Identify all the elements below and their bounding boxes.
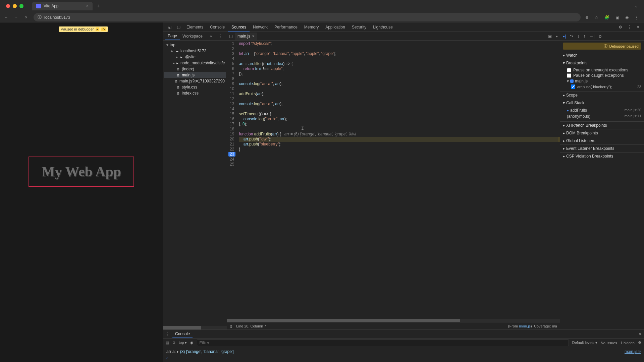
file-icon: 🗎 — [176, 85, 180, 89]
close-drawer-icon[interactable]: × — [639, 332, 641, 337]
favicon-icon — [36, 4, 41, 8]
event-listener-breakpoints-section[interactable]: ▸ Event Listener Breakpoints — [560, 145, 644, 152]
close-file-icon[interactable]: × — [252, 34, 255, 39]
code-area[interactable]: 1234567891011121314151617181920212223242… — [227, 41, 560, 319]
breakpoint-checkbox[interactable] — [571, 84, 575, 89]
editor-tab[interactable]: main.js × — [235, 33, 257, 40]
step-out-button[interactable]: ↑ — [583, 34, 585, 39]
inspect-icon[interactable]: ◱ — [165, 23, 174, 31]
deactivate-breakpoints-button[interactable]: ⊘ — [598, 34, 602, 39]
console-prompt[interactable]: › — [166, 355, 641, 361]
page-tab[interactable]: Page — [165, 32, 180, 40]
tree-file[interactable]: 🗎main.js?t=171093327290 — [164, 78, 226, 84]
pause-uncaught-checkbox[interactable] — [567, 68, 571, 72]
code-editor: ▢ main.js × ▣ ▸ 123456789101112131415161… — [227, 32, 560, 329]
scope-section[interactable]: ▸ Scope — [560, 92, 644, 99]
maximize-window-icon[interactable] — [19, 4, 23, 8]
pause-caught-checkbox[interactable] — [567, 73, 571, 78]
forward-button[interactable]: → — [13, 15, 19, 20]
file-tree[interactable]: ▾top▸☁localhost:5173▸▸@vite▸▸node_module… — [163, 41, 227, 326]
chevron-down-icon[interactable]: ⌄ — [635, 4, 641, 8]
clear-console-icon[interactable]: ⊘ — [172, 341, 175, 345]
callstack-section[interactable]: ▾ Call Stack — [560, 99, 644, 107]
devtools-tab-lighthouse[interactable]: Lighthouse — [370, 23, 396, 32]
devtools-tab-network[interactable]: Network — [250, 23, 271, 32]
devtools-tab-security[interactable]: Security — [348, 23, 370, 32]
workspace-tab[interactable]: Workspace — [180, 33, 205, 40]
bookmark-icon[interactable]: ☆ — [595, 15, 598, 20]
breakpoints-section[interactable]: ▾ Breakpoints — [560, 59, 644, 67]
context-selector[interactable]: top ▾ — [179, 341, 187, 345]
extensions-icon[interactable]: 🧩 — [604, 15, 609, 20]
devtools-tab-application[interactable]: Application — [322, 23, 348, 32]
devtools-tab-sources[interactable]: Sources — [228, 23, 250, 32]
editor-scrollbar[interactable] — [227, 319, 560, 322]
log-source-link[interactable]: main.js:9 — [625, 349, 641, 354]
devtools-tab-performance[interactable]: Performance — [271, 23, 301, 32]
stack-frame[interactable]: (anonymous)main.js:11 — [567, 113, 641, 119]
devtools-tab-console[interactable]: Console — [207, 23, 228, 32]
zoom-icon[interactable]: ⊕ — [585, 15, 589, 20]
panel-icon[interactable]: ▣ — [615, 15, 619, 20]
step-button[interactable]: →| — [589, 34, 594, 39]
close-tab-icon[interactable]: × — [86, 4, 89, 8]
console-menu-icon[interactable]: ⋮ — [166, 332, 172, 337]
domain-icon: ☁ — [174, 49, 179, 53]
breakpoint-entry[interactable]: arr.push("blueberry"); 23 — [567, 84, 641, 89]
console-log-line[interactable]: arr a: ▸ (3) ['orange', 'banana', 'grape… — [166, 349, 641, 355]
site-info-icon[interactable]: ⓘ — [38, 14, 42, 20]
close-devtools-icon[interactable]: × — [634, 23, 642, 31]
source-link[interactable]: main.js — [519, 324, 531, 328]
back-button[interactable]: ← — [3, 15, 9, 20]
console-tab[interactable]: Console — [172, 330, 193, 338]
console-settings-icon[interactable]: ⚙ — [638, 341, 641, 345]
tree-folder[interactable]: ▸▸node_modules/vite/dist/c — [164, 60, 226, 66]
devtools-tab-elements[interactable]: Elements — [183, 23, 207, 32]
resume-mini-button[interactable]: ▸ — [96, 27, 99, 31]
log-levels-selector[interactable]: Default levels ▾ — [572, 341, 597, 345]
run-icon[interactable]: ▸ — [556, 34, 558, 39]
step-into-button[interactable]: ↓ — [577, 34, 579, 39]
more-icon[interactable]: ⋮ — [625, 23, 634, 31]
sidebar-toggle-icon[interactable]: ▤ — [166, 341, 169, 345]
resume-button[interactable]: ▸| — [563, 34, 566, 39]
xhr-breakpoints-section[interactable]: ▸ XHR/fetch Breakpoints — [560, 122, 644, 129]
editor-tab-icon[interactable]: ▢ — [229, 34, 233, 39]
live-expression-icon[interactable]: ◉ — [190, 341, 194, 345]
new-tab-button[interactable]: + — [93, 3, 104, 9]
profile-icon[interactable]: ◉ — [625, 15, 629, 20]
minimize-window-icon[interactable] — [13, 4, 17, 8]
step-mini-button[interactable]: ↷ — [101, 27, 106, 31]
console-output[interactable]: arr a: ▸ (3) ['orange', 'banana', 'grape… — [163, 347, 644, 362]
menu-icon[interactable]: ⋮ — [635, 15, 639, 20]
more-tabs-icon[interactable]: » — [208, 34, 214, 39]
watch-section[interactable]: ▸ Watch — [560, 52, 644, 59]
step-over-button[interactable]: ↷ — [570, 34, 573, 39]
tree-file[interactable]: 🗎style.css — [164, 84, 226, 90]
filter-input[interactable] — [197, 339, 569, 346]
csp-breakpoints-section[interactable]: ▸ CSP Violation Breakpoints — [560, 153, 644, 160]
app-heading: My Web App — [42, 164, 121, 180]
dom-breakpoints-section[interactable]: ▸ DOM Breakpoints — [560, 129, 644, 137]
tree-context[interactable]: ▾top — [164, 42, 226, 48]
format-icon[interactable]: ▣ — [548, 34, 552, 39]
horizontal-scrollbar[interactable] — [163, 326, 227, 329]
tree-file[interactable]: 🗎(index) — [164, 66, 226, 72]
tree-file[interactable]: 🗎index.css — [164, 90, 226, 96]
device-toggle-icon[interactable]: ▢ — [174, 23, 183, 31]
braces-icon[interactable]: {} — [230, 324, 232, 328]
kebab-icon[interactable]: ⋮ — [217, 34, 225, 39]
issues-badge[interactable]: No Issues — [601, 341, 617, 345]
browser-tab[interactable]: Vite App × — [32, 2, 93, 10]
breakpoint-file[interactable]: ▾ main.js — [567, 78, 641, 84]
reload-button[interactable]: × — [23, 15, 29, 20]
settings-icon[interactable]: ⚙ — [616, 23, 625, 31]
global-listeners-section[interactable]: ▸ Global Listeners — [560, 137, 644, 144]
devtools-tab-memory[interactable]: Memory — [301, 23, 322, 32]
tree-file[interactable]: 🗎main.js — [164, 72, 226, 78]
tree-domain[interactable]: ▸☁localhost:5173 — [164, 48, 226, 54]
tree-folder[interactable]: ▸▸@vite — [164, 54, 226, 60]
close-window-icon[interactable] — [6, 4, 10, 8]
url-input[interactable]: ⓘ localhost:5173 — [34, 13, 581, 21]
stack-frame[interactable]: addFruitsmain.js:20 — [567, 107, 641, 113]
